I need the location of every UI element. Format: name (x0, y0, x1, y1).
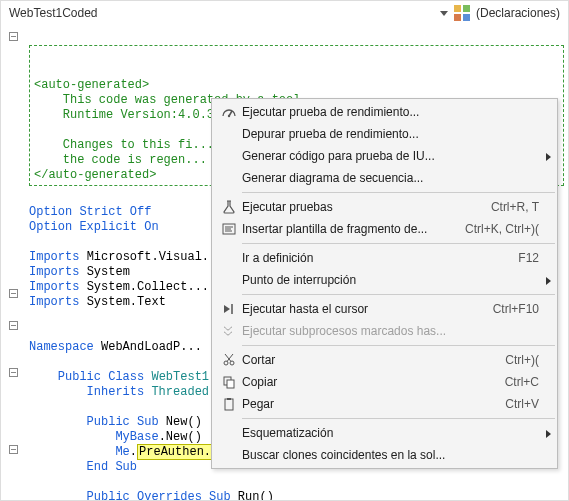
code-keyword: Imports (29, 280, 79, 294)
code-identifier: System.Text (87, 295, 166, 309)
menu-item-shortcut: Ctrl+V (495, 397, 539, 411)
code-keyword: Namespace (29, 340, 94, 354)
code-identifier: .New() (159, 430, 202, 444)
threads-icon (216, 323, 242, 339)
menu-item-label: Copiar (242, 375, 495, 389)
code-identifier: New() (166, 415, 202, 429)
menu-item[interactable]: Ejecutar hasta el cursorCtrl+F10 (212, 298, 557, 320)
menu-item-label: Generar diagrama de secuencia... (242, 171, 539, 185)
menu-item-label: Esquematización (242, 426, 539, 440)
menu-item[interactable]: Generar diagrama de secuencia... (212, 167, 557, 189)
menu-item[interactable]: Punto de interrupción (212, 269, 557, 291)
code-keyword: End Sub (87, 460, 137, 474)
scope-dropdown[interactable]: (Declaraciones) (476, 6, 560, 20)
code-keyword: Inherits (87, 385, 152, 399)
menu-separator (242, 294, 555, 295)
menu-separator (242, 418, 555, 419)
context-menu: Ejecutar prueba de rendimiento...Depurar… (211, 98, 558, 469)
menu-item-shortcut: F12 (508, 251, 539, 265)
menu-item[interactable]: Generar código para prueba de IU... (212, 145, 557, 167)
menu-item[interactable]: Ir a definiciónF12 (212, 247, 557, 269)
svg-marker-6 (224, 305, 230, 313)
menu-item-label: Insertar plantilla de fragmento de... (242, 222, 455, 236)
menu-item[interactable]: PegarCtrl+V (212, 393, 557, 415)
fold-toggle[interactable] (9, 321, 18, 330)
code-keyword: Imports (29, 295, 79, 309)
code-identifier: Run() (238, 490, 274, 501)
code-keyword: MyBase (115, 430, 158, 444)
code-keyword: Option Strict Off (29, 205, 151, 219)
fold-toggle[interactable] (9, 289, 18, 298)
menu-separator (242, 243, 555, 244)
menu-item-label: Buscar clones coincidentes en la sol... (242, 448, 539, 462)
breadcrumb-bar: WebTest1Coded (Declaraciones) (1, 1, 568, 25)
menu-item[interactable]: Insertar plantilla de fragmento de...Ctr… (212, 218, 557, 240)
chevron-down-icon[interactable] (440, 11, 448, 16)
svg-rect-14 (225, 399, 233, 410)
menu-separator (242, 192, 555, 193)
code-keyword: Imports (29, 265, 79, 279)
chevron-right-icon (546, 153, 551, 161)
menu-item-shortcut: Ctrl+C (495, 375, 539, 389)
code-keyword: Public Overrides Sub (87, 490, 238, 501)
svg-point-1 (228, 115, 230, 117)
fold-toggle[interactable] (9, 445, 18, 454)
menu-item-label: Pegar (242, 397, 495, 411)
code-identifier: System (87, 265, 130, 279)
snippet-icon (216, 221, 242, 237)
code-keyword: Public Sub (87, 415, 166, 429)
menu-item-label: Cortar (242, 353, 495, 367)
code-keyword: Imports (29, 250, 79, 264)
menu-separator (242, 345, 555, 346)
menu-item[interactable]: Depurar prueba de rendimiento... (212, 123, 557, 145)
copy-icon (216, 374, 242, 390)
gauge-icon (216, 104, 242, 120)
menu-item-label: Punto de interrupción (242, 273, 539, 287)
menu-item-shortcut: Ctrl+R, T (481, 200, 539, 214)
fold-toggle[interactable] (9, 32, 18, 41)
chevron-right-icon (546, 430, 551, 438)
module-icon (454, 5, 470, 21)
menu-item-shortcut: Ctrl+)( (495, 353, 539, 367)
code-keyword: Public Class (58, 370, 152, 384)
paste-icon (216, 396, 242, 412)
menu-item-label: Depurar prueba de rendimiento... (242, 127, 539, 141)
menu-item[interactable]: CopiarCtrl+C (212, 371, 557, 393)
menu-item-label: Ejecutar subprocesos marcados has... (242, 324, 539, 338)
code-keyword: Me (115, 445, 129, 459)
menu-item-label: Ejecutar prueba de rendimiento... (242, 105, 539, 119)
menu-item-label: Generar código para prueba de IU... (242, 149, 539, 163)
menu-item-label: Ejecutar hasta el cursor (242, 302, 483, 316)
svg-rect-13 (227, 380, 234, 388)
code-identifier: Microsoft.Visual... (87, 250, 224, 264)
menu-item: Ejecutar subprocesos marcados has... (212, 320, 557, 342)
chevron-right-icon (546, 277, 551, 285)
flask-icon (216, 199, 242, 215)
menu-item-shortcut: Ctrl+K, Ctrl+)( (455, 222, 539, 236)
menu-item[interactable]: CortarCtrl+)( (212, 349, 557, 371)
fold-toggle[interactable] (9, 368, 18, 377)
menu-item-shortcut: Ctrl+F10 (483, 302, 539, 316)
cut-icon (216, 352, 242, 368)
run-to-icon (216, 301, 242, 317)
menu-item-label: Ejecutar pruebas (242, 200, 481, 214)
code-identifier: WebAndLoadP... (101, 340, 202, 354)
code-keyword: Option Explicit On (29, 220, 159, 234)
menu-item-label: Ir a definición (242, 251, 508, 265)
page-title[interactable]: WebTest1Coded (9, 6, 98, 20)
code-identifier: . (130, 445, 137, 459)
menu-item[interactable]: Buscar clones coincidentes en la sol... (212, 444, 557, 466)
menu-item[interactable]: Ejecutar pruebasCtrl+R, T (212, 196, 557, 218)
svg-rect-15 (227, 398, 231, 400)
menu-item[interactable]: Esquematización (212, 422, 557, 444)
menu-item[interactable]: Ejecutar prueba de rendimiento... (212, 101, 557, 123)
code-identifier: System.Collect... (87, 280, 209, 294)
code-fold-gutter (1, 25, 27, 500)
